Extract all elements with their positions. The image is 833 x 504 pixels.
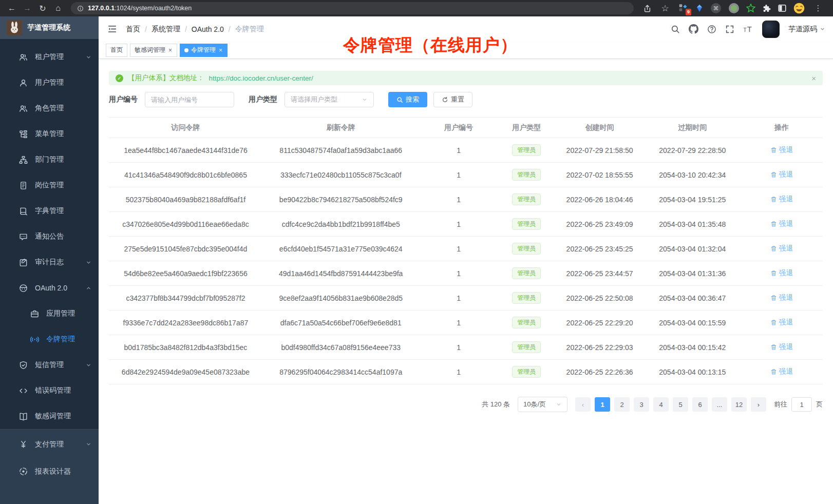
address-bar[interactable]: 127.0.0.1:1024/system/oauth2/token xyxy=(71,2,634,14)
blocks-extension-icon[interactable]: 9 xyxy=(678,3,689,13)
split-view-icon[interactable] xyxy=(778,4,787,13)
user-avatar[interactable] xyxy=(762,21,780,38)
page-button-...[interactable]: ... xyxy=(712,397,727,412)
user-type-cell: 管理员 xyxy=(498,360,555,384)
action-cell: 强退 xyxy=(741,163,823,187)
next-page-button[interactable]: › xyxy=(751,397,766,412)
sidebar-item-字典管理[interactable]: 字典管理 xyxy=(0,198,99,224)
user-id-cell: 1 xyxy=(420,187,498,212)
page-button-2[interactable]: 2 xyxy=(614,397,630,412)
page-content: ✓ 【用户体系】文档地址： https://doc.iocoder.cn/use… xyxy=(99,59,833,504)
site-info-icon[interactable] xyxy=(77,5,84,12)
browser-home-icon[interactable]: ⌂ xyxy=(51,2,65,15)
diamond-extension-icon[interactable] xyxy=(695,4,704,12)
page-button-12[interactable]: 12 xyxy=(731,397,747,412)
sidebar-item-label: 报表设计器 xyxy=(35,467,71,476)
page-button-5[interactable]: 5 xyxy=(673,397,688,412)
search-button-label: 搜索 xyxy=(406,95,419,104)
page-buttons: 123456...12 xyxy=(595,397,747,412)
sidebar-item-租户管理[interactable]: 租户管理 xyxy=(0,44,99,70)
access-token-cell: 275e5de9151045fe87cbdc395e004f4d xyxy=(109,237,262,261)
access-token-cell: c347026e805e4d99b0d116eae66eda8c xyxy=(109,212,262,237)
tab-首页[interactable]: 首页 xyxy=(106,44,127,57)
breadcrumb-item[interactable]: 系统管理 xyxy=(152,25,180,34)
bookmark-star-icon[interactable]: ☆ xyxy=(658,2,672,15)
browser-forward-icon[interactable]: → xyxy=(21,2,34,15)
extensions-puzzle-icon[interactable] xyxy=(762,4,771,13)
breadcrumb-item[interactable]: 首页 xyxy=(126,25,140,34)
user-type-select[interactable]: 请选择用户类型 xyxy=(285,92,374,107)
profile-emoji-avatar[interactable] xyxy=(793,3,805,14)
tab-close-icon[interactable]: × xyxy=(218,47,223,54)
sidebar-item-通知公告[interactable]: 通知公告 xyxy=(0,224,99,249)
page-size-select[interactable]: 10条/页 xyxy=(518,397,567,412)
page-button-6[interactable]: 6 xyxy=(692,397,708,412)
column-header: 操作 xyxy=(741,118,823,138)
tab-敏感词管理[interactable]: 敏感词管理 × xyxy=(130,44,177,57)
command-extension-icon[interactable]: ⌘ xyxy=(710,3,722,14)
user-type-cell: 管理员 xyxy=(498,212,555,237)
browser-menu-kebab-icon[interactable]: ⋮ xyxy=(811,2,825,15)
sidebar-fold-icon[interactable] xyxy=(106,24,118,35)
tab-close-icon[interactable]: × xyxy=(168,47,173,54)
oauth-robot-icon xyxy=(19,284,28,293)
reset-button[interactable]: 重置 xyxy=(433,92,472,107)
prev-page-button[interactable]: ‹ xyxy=(575,397,591,412)
page-button-4[interactable]: 4 xyxy=(653,397,669,412)
help-icon[interactable] xyxy=(707,25,716,34)
tab-令牌管理[interactable]: 令牌管理 × xyxy=(180,44,228,57)
sidebar-item-岗位管理[interactable]: 岗位管理 xyxy=(0,172,99,198)
sidebar-item-菜单管理[interactable]: 菜单管理 xyxy=(0,121,99,147)
font-size-icon[interactable]: TT xyxy=(743,25,753,33)
page-size-value: 10条/页 xyxy=(523,400,546,409)
force-logout-button[interactable]: 强退 xyxy=(770,268,793,278)
force-logout-button[interactable]: 强退 xyxy=(770,195,793,204)
sidebar-item-审计日志[interactable]: 审计日志 xyxy=(0,249,99,275)
sidebar-item-应用管理[interactable]: 应用管理 xyxy=(0,301,99,326)
share-icon[interactable] xyxy=(643,4,652,13)
force-logout-button[interactable]: 强退 xyxy=(770,342,793,352)
doc-link[interactable]: https://doc.iocoder.cn/user-center/ xyxy=(209,74,313,82)
sidebar-item-角色管理[interactable]: 角色管理 xyxy=(0,95,99,121)
chevron-down-icon xyxy=(86,260,91,265)
green-dot-extension-icon[interactable] xyxy=(728,3,740,14)
sidebar-item-OAuth 2.0[interactable]: OAuth 2.0 xyxy=(0,275,99,301)
force-logout-button[interactable]: 强退 xyxy=(770,219,793,228)
page-button-3[interactable]: 3 xyxy=(634,397,649,412)
force-logout-button[interactable]: 强退 xyxy=(770,367,793,376)
browser-back-icon[interactable]: ← xyxy=(5,2,18,15)
sidebar-item-部门管理[interactable]: 部门管理 xyxy=(0,147,99,172)
sidebar-bottom-menu: 支付管理 报表设计器 xyxy=(0,429,99,504)
github-icon[interactable] xyxy=(689,24,698,34)
force-logout-button[interactable]: 强退 xyxy=(770,293,793,302)
fullscreen-icon[interactable] xyxy=(725,25,734,34)
breadcrumb-item[interactable]: OAuth 2.0 xyxy=(192,25,224,33)
sensitive-book-icon xyxy=(19,412,28,421)
user-id-input[interactable] xyxy=(145,92,234,107)
browser-reload-icon[interactable]: ↻ xyxy=(36,2,49,15)
sidebar-item-短信管理[interactable]: 短信管理 xyxy=(0,352,99,378)
sidebar-item-支付管理[interactable]: 支付管理 xyxy=(0,431,99,458)
alert-close-icon[interactable]: × xyxy=(811,74,816,83)
post-badge-icon xyxy=(19,181,28,190)
user-menu[interactable]: 芋道源码 xyxy=(788,25,825,34)
app-logo[interactable]: 芋道管理系统 xyxy=(0,16,99,39)
force-logout-button[interactable]: 强退 xyxy=(770,318,793,327)
goto-input[interactable] xyxy=(791,397,812,412)
force-logout-button[interactable]: 强退 xyxy=(770,145,793,154)
admin-badge: 管理员 xyxy=(512,144,541,156)
page-button-1[interactable]: 1 xyxy=(595,397,610,412)
search-icon[interactable] xyxy=(671,25,680,34)
sidebar-item-用户管理[interactable]: 用户管理 xyxy=(0,70,99,95)
sidebar-item-错误码管理[interactable]: 错误码管理 xyxy=(0,378,99,403)
search-button[interactable]: 搜索 xyxy=(388,92,427,107)
force-logout-label: 强退 xyxy=(779,342,793,352)
table-row: c347026e805e4d99b0d116eae66eda8c cdfc4ce… xyxy=(109,212,823,237)
sidebar-item-报表设计器[interactable]: 报表设计器 xyxy=(0,458,99,485)
sidebar-item-label: 短信管理 xyxy=(35,360,64,370)
force-logout-button[interactable]: 强退 xyxy=(770,244,793,253)
sidebar-item-敏感词管理[interactable]: 敏感词管理 xyxy=(0,403,99,429)
sidebar-item-令牌管理[interactable]: 令牌管理 xyxy=(0,326,99,352)
green-star-extension-icon[interactable] xyxy=(746,4,755,13)
force-logout-button[interactable]: 强退 xyxy=(770,170,793,179)
